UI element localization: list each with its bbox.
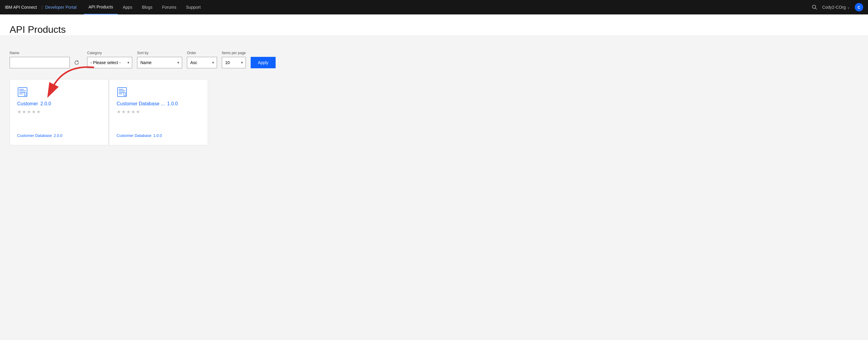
nav-link-forums[interactable]: Forums xyxy=(157,0,181,15)
category-select[interactable]: - Please select - Category A Category B xyxy=(87,57,132,68)
star-5-2: ★ xyxy=(136,109,140,115)
svg-rect-11 xyxy=(119,91,125,91)
product-name-2: Customer Database xyxy=(117,133,152,138)
nav-divider: | xyxy=(42,5,43,10)
star-1-2: ★ xyxy=(117,109,121,115)
filter-order-label: Order xyxy=(187,51,217,55)
star-4-2: ★ xyxy=(131,109,135,115)
svg-rect-14 xyxy=(124,93,126,96)
card-api-name-2: Customer Database ... xyxy=(117,101,165,107)
sortby-select-wrapper: Name Date Version xyxy=(137,57,182,68)
name-input[interactable] xyxy=(10,57,70,68)
nav-link-api-products[interactable]: API Products xyxy=(84,0,118,15)
sortby-select[interactable]: Name Date Version xyxy=(137,57,182,68)
star-1: ★ xyxy=(17,109,21,115)
svg-rect-10 xyxy=(119,89,123,90)
card-api-version: 2.0.0 xyxy=(40,101,51,107)
filter-items-group: Items per page 10 25 50 100 xyxy=(222,51,246,68)
filter-category-label: Category xyxy=(87,51,132,55)
card-title-row: Customer 2.0.0 xyxy=(17,101,101,107)
nav-links: API Products Apps Blogs Forums Support xyxy=(84,0,812,15)
card-product-link[interactable]: Customer Database 2.0.0 xyxy=(17,133,63,138)
nav-right: Cody2-COrg ⌄ C xyxy=(812,3,863,11)
svg-rect-12 xyxy=(119,92,124,93)
star-2-2: ★ xyxy=(121,109,126,115)
items-select-wrapper: 10 25 50 100 xyxy=(222,57,246,68)
chevron-down-icon: ⌄ xyxy=(847,5,850,9)
cards-grid: Customer 2.0.0 ★ ★ ★ ★ ★ Customer Databa… xyxy=(10,79,208,145)
search-icon[interactable] xyxy=(812,4,817,10)
product-version: 2.0.0 xyxy=(54,133,63,138)
product-name: Customer Database xyxy=(17,133,52,138)
card-api-icon xyxy=(17,87,28,97)
filter-sortby-group: Sort by Name Date Version xyxy=(137,51,182,68)
filter-name-label: Name xyxy=(10,51,82,55)
product-version-2: 1.0.0 xyxy=(153,133,162,138)
svg-rect-6 xyxy=(19,92,25,93)
page-header: API Products xyxy=(0,15,868,35)
filter-sortby-label: Sort by xyxy=(137,51,182,55)
portal-label: Developer Portal xyxy=(45,5,76,10)
nav-link-apps[interactable]: Apps xyxy=(118,0,137,15)
star-4: ★ xyxy=(32,109,36,115)
svg-rect-7 xyxy=(19,93,23,94)
api-card-customer[interactable]: Customer 2.0.0 ★ ★ ★ ★ ★ Customer Databa… xyxy=(10,79,108,145)
card-title-row-2: Customer Database ... 1.0.0 xyxy=(117,101,200,107)
order-select-wrapper: Asc Desc xyxy=(187,57,217,68)
filter-items-label: Items per page xyxy=(222,51,246,55)
avatar[interactable]: C xyxy=(855,3,863,11)
star-3: ★ xyxy=(27,109,31,115)
svg-rect-13 xyxy=(119,93,122,94)
card-stars: ★ ★ ★ ★ ★ xyxy=(17,109,101,115)
star-3-2: ★ xyxy=(126,109,130,115)
card-api-icon-2 xyxy=(117,87,127,97)
nav-link-support[interactable]: Support xyxy=(181,0,206,15)
items-per-page-select[interactable]: 10 25 50 100 xyxy=(222,57,246,68)
apply-button[interactable]: Apply xyxy=(251,57,276,68)
star-2: ★ xyxy=(22,109,26,115)
page-title: API Products xyxy=(10,24,858,35)
api-card-customer-database[interactable]: Customer Database ... 1.0.0 ★ ★ ★ ★ ★ Cu… xyxy=(109,79,208,145)
card-api-name: Customer xyxy=(17,101,38,107)
filter-category-group: Category - Please select - Category A Ca… xyxy=(87,51,132,68)
category-select-wrapper: - Please select - Category A Category B xyxy=(87,57,132,68)
svg-rect-8 xyxy=(24,93,26,96)
svg-rect-5 xyxy=(19,91,26,91)
card-stars-2: ★ ★ ★ ★ ★ xyxy=(117,109,200,115)
refresh-button[interactable] xyxy=(71,57,82,68)
filter-name-group: Name xyxy=(10,51,82,68)
card-api-version-2: 1.0.0 xyxy=(167,101,178,107)
filters-bar: Name Category - Please select - Category… xyxy=(0,45,868,74)
top-navigation: IBM API Connect | Developer Portal API P… xyxy=(0,0,868,15)
filter-order-group: Order Asc Desc xyxy=(187,51,217,68)
nav-link-blogs[interactable]: Blogs xyxy=(137,0,157,15)
user-name: Cody2-COrg xyxy=(822,5,846,10)
card-product-link-2[interactable]: Customer Database 1.0.0 xyxy=(117,133,162,138)
cards-area: Customer 2.0.0 ★ ★ ★ ★ ★ Customer Databa… xyxy=(0,74,868,225)
svg-line-1 xyxy=(815,8,817,10)
brand-name: IBM API Connect xyxy=(5,5,37,10)
svg-rect-4 xyxy=(19,89,24,90)
user-menu[interactable]: Cody2-COrg ⌄ xyxy=(822,5,850,10)
star-5: ★ xyxy=(36,109,40,115)
order-select[interactable]: Asc Desc xyxy=(187,57,217,68)
